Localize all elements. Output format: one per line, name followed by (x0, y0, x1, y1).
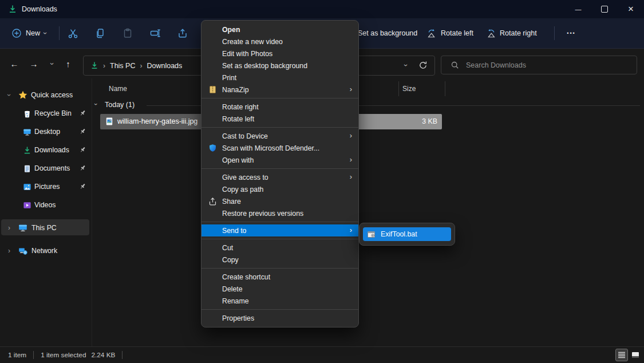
toolbar-divider (59, 26, 60, 40)
sidebar-item-label: This PC (31, 224, 57, 232)
menu-item-edit-with-photos[interactable]: Edit with Photos (202, 48, 358, 60)
details-view-button[interactable] (615, 349, 628, 361)
chevron-collapsed-icon[interactable]: › (6, 224, 13, 232)
menu-item-delete[interactable]: Delete (202, 283, 358, 295)
menu-item-create-a-new-video[interactable]: Create a new video (202, 35, 358, 48)
menu-separator (202, 309, 358, 310)
refresh-button[interactable] (418, 61, 428, 70)
menu-item-rotate-left[interactable]: Rotate left (202, 113, 358, 125)
set-as-background-button[interactable]: Set as background (354, 24, 421, 42)
back-icon: ← (10, 59, 19, 69)
menu-item-restore-previous-versions[interactable]: Restore previous versions (202, 207, 358, 219)
new-button[interactable]: New › (8, 24, 50, 42)
status-divider (33, 351, 34, 359)
file-name[interactable]: william-henry-gates-iii.jpg (117, 117, 197, 125)
menu-item-copy[interactable]: Copy (202, 254, 358, 266)
breadcrumb-downloads[interactable]: Downloads (147, 62, 182, 70)
column-header-size[interactable]: Size (402, 85, 416, 93)
menu-item-copy-as-path[interactable]: Copy as path (202, 183, 358, 195)
documents-icon (23, 164, 31, 173)
menu-item-give-access-to[interactable]: Give access to › (202, 171, 358, 183)
menu-item-label: Copy (222, 256, 239, 264)
submenu-arrow-icon: › (350, 85, 352, 93)
copy-button[interactable] (90, 24, 110, 42)
breadcrumb-chevron-icon: › (103, 62, 105, 70)
bat-file-icon (367, 230, 376, 239)
menu-item-label: Rename (222, 297, 248, 305)
forward-button[interactable]: → (25, 55, 42, 72)
sidebar-item-videos[interactable]: Videos (0, 196, 92, 214)
sidebar-item-recycle-bin[interactable]: Recycle Bin (0, 105, 92, 122)
submenu-item-exiftool-bat[interactable]: ExifTool.bat (363, 227, 451, 241)
share-button[interactable] (172, 24, 193, 42)
close-icon: × (628, 3, 634, 15)
group-header-today[interactable]: Today (1) (105, 101, 135, 109)
menu-item-set-as-desktop-background[interactable]: Set as desktop background (202, 60, 358, 72)
menu-item-label: Properties (222, 314, 254, 322)
rotate-right-button[interactable]: Rotate right (483, 24, 540, 42)
nanazip-icon (208, 85, 217, 94)
menu-item-cast-to-device[interactable]: Cast to Device › (202, 130, 358, 142)
chevron-collapsed-icon[interactable]: › (6, 247, 13, 255)
rotate-left-icon (427, 29, 437, 38)
toolbar-divider (554, 26, 555, 40)
submenu-arrow-icon: › (350, 156, 352, 163)
sidebar-item-pictures[interactable]: Pictures (0, 178, 92, 195)
minimize-button[interactable]: — (565, 0, 591, 18)
close-button[interactable]: × (618, 0, 644, 18)
menu-item-rename[interactable]: Rename (202, 295, 358, 307)
share-icon (208, 197, 217, 206)
breadcrumb-this-pc[interactable]: This PC (110, 62, 135, 70)
copy-icon (95, 28, 105, 38)
menu-item-send-to[interactable]: Send to › (202, 224, 358, 236)
menu-item-nanazip[interactable]: NanaZip › (202, 84, 358, 96)
maximize-icon (601, 6, 608, 13)
sidebar-item-network[interactable]: › Network (0, 242, 92, 259)
maximize-button[interactable] (591, 0, 618, 18)
menu-item-cut[interactable]: Cut (202, 242, 358, 254)
column-header-name[interactable]: Name (109, 85, 127, 93)
videos-icon (23, 201, 31, 210)
address-dropdown-icon[interactable]: › (402, 64, 410, 66)
thumbnail-view-button[interactable] (629, 349, 642, 361)
sidebar-item-desktop[interactable]: Desktop (0, 123, 92, 140)
sidebar-item-label: Pictures (34, 183, 60, 191)
cut-button[interactable] (62, 24, 83, 42)
menu-item-open-with[interactable]: Open with › (202, 154, 358, 166)
rotate-left-button[interactable]: Rotate left (424, 24, 477, 42)
rotate-left-label: Rotate left (441, 29, 473, 37)
column-divider[interactable] (398, 81, 399, 96)
menu-item-label: NanaZip (222, 86, 248, 94)
status-divider (122, 351, 123, 359)
sidebar-item-documents[interactable]: Documents (0, 160, 92, 177)
sidebar-item-quick-access[interactable]: › Quick access (0, 86, 92, 104)
menu-item-scan-with-microsoft-defender[interactable]: Scan with Microsoft Defender... (202, 142, 358, 154)
navigation-pane: › Quick access Recycle Bin Desktop Downl… (0, 78, 92, 347)
file-size: 3 KB (359, 117, 437, 125)
rename-button[interactable] (145, 24, 165, 42)
jpg-file-icon (105, 117, 114, 126)
sidebar-item-downloads[interactable]: Downloads (0, 141, 92, 159)
back-button[interactable]: ← (6, 55, 23, 72)
column-divider[interactable] (445, 81, 445, 96)
up-button[interactable]: ↑ (60, 55, 77, 72)
menu-item-rotate-right[interactable]: Rotate right (202, 101, 358, 113)
sidebar-item-label: Videos (34, 201, 56, 209)
menu-item-properties[interactable]: Properties (202, 312, 358, 324)
menu-item-open[interactable]: Open (202, 23, 358, 35)
menu-item-label: Copy as path (222, 186, 263, 194)
group-collapse-icon[interactable]: › (93, 103, 100, 105)
recent-locations-button[interactable]: › (44, 55, 61, 72)
paste-button[interactable] (117, 24, 138, 42)
menu-item-create-shortcut[interactable]: Create shortcut (202, 271, 358, 283)
thumbnail-view-icon (631, 352, 639, 358)
more-options-button[interactable]: ••• (561, 24, 582, 42)
share-icon (177, 28, 188, 38)
menu-item-share[interactable]: Share (202, 195, 358, 207)
menu-item-print[interactable]: Print (202, 72, 358, 84)
search-box[interactable] (441, 56, 637, 74)
search-input[interactable] (465, 61, 616, 70)
sidebar-item-this-pc[interactable]: › This PC (0, 219, 92, 236)
send-to-submenu: ExifTool.bat (359, 223, 455, 246)
chevron-expanded-icon[interactable]: › (5, 92, 13, 98)
